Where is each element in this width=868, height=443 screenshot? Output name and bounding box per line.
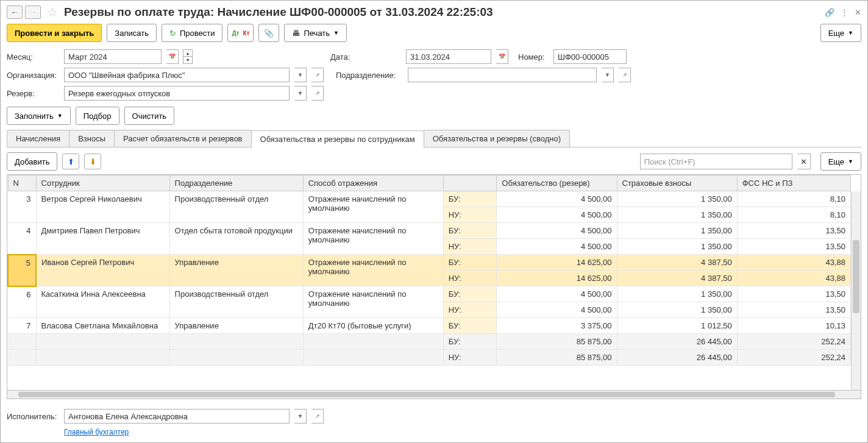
table-cell[interactable]: 13,50 (737, 223, 850, 239)
table-cell[interactable]: 13,50 (737, 302, 850, 318)
fill-button[interactable]: Заполнить ▼ (7, 107, 71, 125)
table-cell[interactable]: БУ: (443, 223, 497, 239)
column-header[interactable]: Страховые взносы (617, 175, 737, 191)
move-down-button[interactable]: ⬇ (84, 154, 101, 169)
post-and-close-button[interactable]: Провести и закрыть (7, 24, 102, 42)
print-button[interactable]: 🖶Печать▼ (284, 24, 347, 42)
table-cell[interactable]: Дт20 Кт70 (бытовые услуги) (303, 318, 443, 334)
table-cell[interactable]: 4 (8, 223, 36, 255)
reserve-open-button[interactable]: ↗ (311, 86, 324, 101)
table-row[interactable]: 7Власова Светлана МихайловнаУправлениеДт… (8, 318, 851, 334)
table-cell[interactable]: Ветров Сергей Николаевич (36, 191, 169, 223)
org-dropdown-button[interactable]: ▼ (294, 68, 307, 82)
dept-dropdown-button[interactable]: ▼ (602, 68, 614, 82)
table-cell[interactable] (169, 350, 303, 366)
table-cell[interactable]: 1 012,50 (617, 318, 737, 334)
table-cell[interactable]: Касаткина Инна Алексеевна (36, 286, 169, 318)
table-cell[interactable]: 6 (8, 286, 36, 318)
table-cell[interactable]: 26 445,00 (617, 350, 737, 366)
table-cell[interactable]: НУ: (443, 207, 497, 223)
column-header[interactable]: ФСС НС и ПЗ (737, 175, 850, 191)
number-input[interactable]: ШФ00-000005 (553, 49, 627, 64)
reserve-input[interactable]: Резерв ежегодных отпусков (64, 86, 290, 101)
table-cell[interactable]: 4 500,00 (497, 239, 617, 255)
executor-dropdown-button[interactable]: ▼ (294, 409, 307, 424)
table-cell[interactable]: НУ: (443, 271, 497, 286)
month-stepper[interactable]: ▲▼ (183, 49, 193, 64)
tab-1[interactable]: Взносы (69, 130, 115, 147)
tab-0[interactable]: Начисления (7, 130, 69, 147)
table-cell[interactable]: 13,50 (737, 239, 850, 255)
search-input[interactable]: Поиск (Ctrl+F) (640, 154, 792, 169)
table-cell[interactable]: 10,13 (737, 318, 850, 334)
table-cell[interactable]: Отражение начислений по умолчанию (303, 255, 443, 286)
table-row[interactable]: 6Касаткина Инна АлексеевнаПроизводственн… (8, 286, 851, 302)
add-row-button[interactable]: Добавить (7, 152, 57, 171)
dept-input[interactable] (408, 68, 597, 82)
attach-button[interactable]: 📎 (258, 24, 279, 42)
search-clear-button[interactable]: ✕ (797, 154, 811, 169)
date-input[interactable]: 31.03.2024 (406, 49, 491, 64)
executor-input[interactable]: Антонова Елена Александровна (64, 409, 290, 424)
pick-button[interactable]: Подбор (76, 107, 119, 125)
table-cell[interactable]: НУ: (443, 239, 497, 255)
table-cell[interactable] (303, 350, 443, 366)
org-open-button[interactable]: ↗ (311, 68, 324, 82)
table-cell[interactable] (8, 334, 36, 350)
table-cell[interactable]: БУ: (443, 255, 497, 271)
table-cell[interactable]: Управление (169, 318, 303, 334)
table-cell[interactable]: 8,10 (737, 207, 850, 223)
table-cell[interactable]: БУ: (443, 334, 497, 350)
table-cell[interactable]: 7 (8, 318, 36, 334)
table-cell[interactable] (303, 334, 443, 350)
table-cell[interactable]: Управление (169, 255, 303, 286)
table-cell[interactable] (36, 350, 169, 366)
table-cell[interactable]: 43,88 (737, 271, 850, 286)
column-header[interactable]: Способ отражения (303, 175, 443, 191)
table-cell[interactable]: 13,50 (737, 286, 850, 302)
column-header[interactable]: N (8, 175, 36, 191)
table-cell[interactable] (36, 334, 169, 350)
save-button[interactable]: Записать (107, 24, 157, 42)
table-cell[interactable]: 3 375,00 (497, 318, 617, 334)
table-cell[interactable]: 1 350,00 (617, 207, 737, 223)
table-cell[interactable]: 4 500,00 (497, 302, 617, 318)
table-cell[interactable]: 1 350,00 (617, 239, 737, 255)
table-cell[interactable] (8, 350, 36, 366)
table-cell[interactable]: БУ: (443, 191, 497, 207)
table-cell[interactable]: БУ: (443, 318, 497, 334)
table-cell[interactable]: 1 350,00 (617, 302, 737, 318)
reserve-dropdown-button[interactable]: ▼ (294, 86, 307, 101)
org-input[interactable]: ООО "Швейная фабрика Плюс" (64, 68, 290, 82)
table-cell[interactable]: 85 875,00 (497, 334, 617, 350)
date-calendar-button[interactable]: 📅 (496, 49, 508, 64)
column-header[interactable]: Сотрудник (36, 175, 169, 191)
horizontal-scrollbar[interactable] (7, 391, 861, 399)
nav-back-button[interactable]: ← (7, 5, 23, 19)
table-more-button[interactable]: Еще ▼ (820, 152, 861, 171)
employees-table[interactable]: NСотрудникПодразделениеСпособ отраженияО… (7, 175, 851, 366)
table-row[interactable]: 5Иванов Сергей ПетровичУправлениеОтражен… (8, 255, 851, 271)
more-button[interactable]: Еще ▼ (820, 24, 861, 42)
menu-dots-icon[interactable]: ⋮ (841, 8, 848, 17)
table-cell[interactable]: 26 445,00 (617, 334, 737, 350)
table-cell[interactable]: 4 387,50 (617, 271, 737, 286)
table-cell[interactable]: Власова Светлана Михайловна (36, 318, 169, 334)
table-cell[interactable]: Иванов Сергей Петрович (36, 255, 169, 286)
clear-button[interactable]: Очистить (124, 107, 175, 125)
month-input[interactable]: Март 2024 (64, 49, 162, 64)
executor-open-button[interactable]: ↗ (311, 409, 324, 424)
table-cell[interactable]: Производственный отдел (169, 191, 303, 223)
table-cell[interactable]: 1 350,00 (617, 191, 737, 207)
table-cell[interactable] (169, 334, 303, 350)
table-cell[interactable]: 4 500,00 (497, 286, 617, 302)
table-cell[interactable]: Дмитриев Павел Петрович (36, 223, 169, 255)
table-cell[interactable]: 3 (8, 191, 36, 223)
table-cell[interactable]: Отражение начислений по умолчанию (303, 223, 443, 255)
favorite-star-icon[interactable]: ☆ (46, 5, 59, 19)
table-cell[interactable]: Отдел сбыта готовой продукции (169, 223, 303, 255)
role-link[interactable]: Главный бухгалтер (64, 428, 129, 436)
table-cell[interactable]: 4 500,00 (497, 191, 617, 207)
close-icon[interactable]: ✕ (855, 8, 861, 17)
column-header[interactable]: Обязательство (резерв) (497, 175, 617, 191)
